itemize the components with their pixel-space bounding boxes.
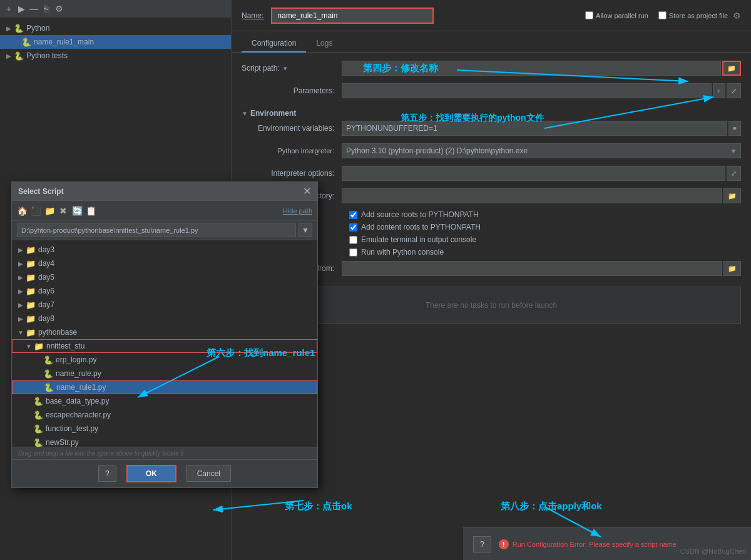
minus-icon[interactable]: — <box>29 4 39 14</box>
env-vars-edit-button[interactable]: ≡ <box>728 121 741 136</box>
working-dir-browse-btn[interactable]: 📁 <box>723 188 741 203</box>
parameters-input[interactable] <box>342 83 712 98</box>
file-label-day3: day3 <box>38 245 54 254</box>
redirect-input-field[interactable] <box>342 261 722 276</box>
script-path-input-group: 📁 <box>342 61 741 76</box>
file-tree-name-rule1[interactable]: 🐍 name_rule1.py <box>12 380 317 394</box>
clipboard-icon[interactable]: 📋 <box>86 206 96 216</box>
interpreter-options-expand-btn[interactable]: ⤢ <box>727 166 741 181</box>
file-tree-nnittest-stu[interactable]: ▼ 📁 nnittest_stu <box>12 339 317 353</box>
file-tree-day6[interactable]: ▶ 📁 day6 <box>12 284 317 298</box>
parameters-expand-button[interactable]: ⤢ <box>727 83 741 98</box>
env-vars-input-group: PYTHONUNBUFFERED=1 ≡ <box>342 121 741 136</box>
folder-icon-pythonbase: 📁 <box>26 327 36 337</box>
file-label-base-data-type: base_data_type.py <box>46 397 109 405</box>
copy-icon[interactable]: ⎘ <box>41 4 51 14</box>
interpreter-options-input[interactable] <box>342 166 725 181</box>
store-project-gear-icon[interactable]: ⚙ <box>733 11 741 21</box>
interpreter-row: Python interpreter: Python 3.10 (pyhton-… <box>242 143 741 159</box>
allow-parallel-checkbox[interactable] <box>585 11 593 19</box>
run-console-checkbox[interactable] <box>349 248 357 257</box>
file-tree-function-test[interactable]: 🐍 function_test.py <box>12 422 317 435</box>
script-path-label: Script path: <box>242 64 280 73</box>
file-tree-name-rule[interactable]: 🐍 name_rule.py <box>12 367 317 380</box>
file-label-day4: day4 <box>38 259 54 268</box>
py-icon-erp: 🐍 <box>43 355 53 365</box>
py-icon-newstr: 🐍 <box>33 437 43 447</box>
file-label-name-rule1: name_rule1.py <box>56 383 106 392</box>
tab-logs[interactable]: Logs <box>306 35 342 53</box>
hide-path-link[interactable]: Hide path <box>283 207 312 215</box>
interpreter-dropdown[interactable]: Python 3.10 (pyhton-product) (2) D:\pyht… <box>342 143 741 158</box>
working-dir-input[interactable] <box>342 188 722 203</box>
redirect-browse-btn[interactable]: 📁 <box>723 261 741 276</box>
emulate-terminal-checkbox[interactable] <box>349 236 357 244</box>
select-script-dialog: Select Script ✕ 🏠 ⬛ 📁 ✖ 🔄 📋 Hide path ▼ … <box>11 181 318 488</box>
tab-configuration[interactable]: Configuration <box>242 35 306 53</box>
footer-help-button[interactable]: ? <box>473 536 491 552</box>
emulate-terminal-label: Emulate terminal in output console <box>361 235 476 244</box>
file-label-day8: day8 <box>38 314 54 323</box>
interpreter-label: Python interpreter: <box>242 147 342 155</box>
script-path-dropdown-icon[interactable]: ▼ <box>282 65 289 72</box>
add-icon[interactable]: + <box>4 4 14 14</box>
dialog-ok-button[interactable]: OK <box>126 465 176 482</box>
script-path-row: Script path: ▼ 📁 <box>242 60 741 76</box>
file-tree-newstr[interactable]: 🐍 newStr.py <box>12 435 317 447</box>
path-dropdown-button[interactable]: ▼ <box>299 223 312 237</box>
store-project-checkbox-item[interactable]: Store as project file ⚙ <box>658 11 741 21</box>
file-tree-erp-login[interactable]: 🐍 erp_login.py <box>12 353 317 367</box>
env-vars-display[interactable]: PYTHONUNBUFFERED=1 <box>342 121 727 136</box>
delete-icon[interactable]: ✖ <box>58 206 68 216</box>
path-input[interactable] <box>17 223 296 237</box>
file-label-nnittest-stu: nnittest_stu <box>46 342 84 350</box>
folder-icon[interactable]: 📁 <box>44 206 54 216</box>
file-tree-day3[interactable]: ▶ 📁 day3 <box>12 243 317 257</box>
parameters-input-group: + ⤢ <box>342 83 741 98</box>
file-tree-day4[interactable]: ▶ 📁 day4 <box>12 257 317 270</box>
dialog-title: Select Script <box>18 187 64 196</box>
home-icon[interactable]: 🏠 <box>17 206 27 216</box>
add-content-checkbox[interactable] <box>349 223 357 232</box>
run-icon[interactable]: ▶ <box>16 4 26 14</box>
tree-item-python-tests[interactable]: ▶ 🐍 Python tests <box>0 49 231 63</box>
folder-icon-day6: 📁 <box>26 286 36 296</box>
file-tree-day8[interactable]: ▶ 📁 day8 <box>12 312 317 325</box>
py-icon-name-rule: 🐍 <box>43 369 53 379</box>
working-dir-input-group: 📁 <box>342 188 741 203</box>
file-label-day7: day7 <box>38 300 54 309</box>
error-message: Run Configuration Error: Please specify … <box>513 541 677 548</box>
script-path-browse-button[interactable]: 📁 <box>722 61 741 76</box>
screen-icon[interactable]: ⬛ <box>31 206 41 216</box>
file-tree-base-data-type[interactable]: 🐍 base_data_type.py <box>12 394 317 408</box>
file-label-day6: day6 <box>38 287 54 295</box>
tree-item-name-rule1-main[interactable]: 🐍 name_rule1_main <box>0 35 231 49</box>
dialog-hint: Drag and drop a file into the space abov… <box>12 447 317 459</box>
dialog-help-button[interactable]: ? <box>98 466 116 482</box>
store-project-label: Store as project file <box>669 12 728 19</box>
folder-icon-day7: 📁 <box>26 300 36 310</box>
folder-browse-icon: 📁 <box>727 64 736 73</box>
file-tree-day7[interactable]: ▶ 📁 day7 <box>12 298 317 312</box>
script-path-input[interactable] <box>342 61 721 76</box>
add-roots-checkbox[interactable] <box>349 211 357 219</box>
run-config-tree: ▶ 🐍 Python 🐍 name_rule1_main ▶ 🐍 Python … <box>0 18 231 66</box>
dialog-cancel-button[interactable]: Cancel <box>186 466 231 482</box>
file-tree-escapecharacter[interactable]: 🐍 escapecharacter.py <box>12 408 317 422</box>
folder-icon-day4: 📁 <box>26 258 36 268</box>
file-tree-day5[interactable]: ▶ 📁 day5 <box>12 270 317 284</box>
env-vars-row: Environment variables: PYTHONUNBUFFERED=… <box>242 120 741 136</box>
refresh-icon[interactable]: 🔄 <box>72 206 82 216</box>
parameters-add-button[interactable]: + <box>713 83 725 98</box>
path-bar: ▼ <box>12 221 317 240</box>
file-tree-pythonbase[interactable]: ▼ 📁 pythonbase <box>12 325 317 339</box>
allow-parallel-checkbox-item[interactable]: Allow parallel run <box>585 11 648 19</box>
tree-item-python[interactable]: ▶ 🐍 Python <box>0 21 231 35</box>
store-project-checkbox[interactable] <box>658 11 667 19</box>
interpreter-options-row: Interpreter options: ⤢ <box>242 165 741 181</box>
config-name-input[interactable] <box>271 8 434 24</box>
config-footer: ? ! Run Configuration Error: Please spec… <box>463 527 751 560</box>
environment-label: Environment <box>250 109 296 118</box>
dialog-close-button[interactable]: ✕ <box>303 186 311 196</box>
settings-icon[interactable]: ⚙ <box>54 4 64 14</box>
